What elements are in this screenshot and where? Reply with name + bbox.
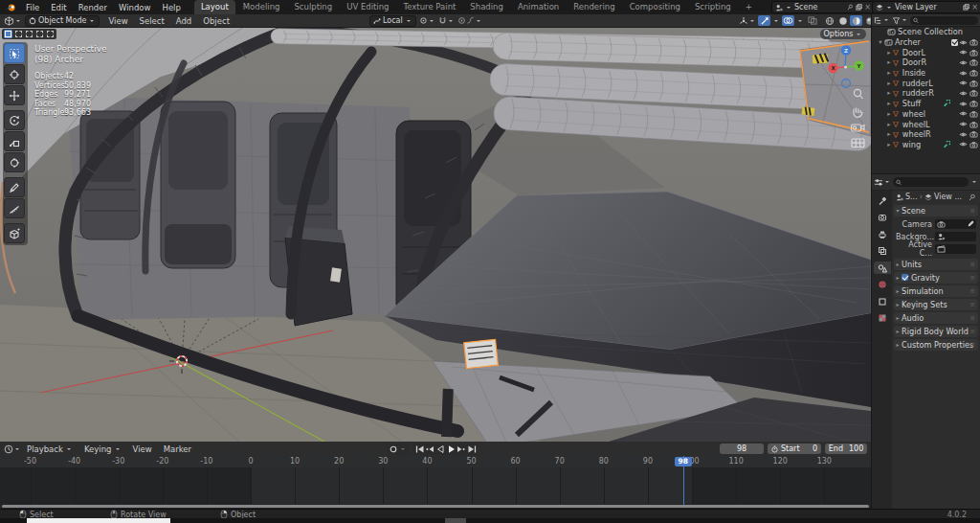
prev-keyframe-button[interactable] [424,443,434,454]
panel-expander-icon[interactable]: ▸ [894,274,902,281]
snap-button[interactable] [438,16,455,25]
disable-render-toggle[interactable] [969,130,978,138]
select-box-tool[interactable] [4,43,25,63]
panel-simulation[interactable]: ▸Simulation≡ [894,285,978,298]
scene-properties-tab[interactable] [874,262,891,274]
select-mode-intersect-button[interactable] [46,30,55,38]
viewport-menu-select[interactable]: Select [134,16,170,26]
playhead-badge[interactable]: 98 [675,457,692,466]
disable-render-toggle[interactable] [969,80,978,87]
overlays-toggle[interactable] [782,15,794,26]
play-reverse-button[interactable] [434,443,445,454]
select-mode-set-button[interactable] [4,30,12,38]
select-mode-extend-button[interactable] [14,30,23,38]
select-mode-invert-button[interactable] [35,30,44,38]
timeline-channels[interactable] [0,467,871,504]
panel-audio[interactable]: ▸Audio≡ [894,312,978,325]
hide-viewport-toggle[interactable] [959,141,968,148]
hide-viewport-toggle[interactable] [959,131,968,138]
panel-expander-icon[interactable]: ▸ [894,301,902,307]
disable-render-toggle[interactable] [969,100,978,107]
outliner-item-wheel[interactable]: ▸▽wheel [872,109,980,120]
timeline-menu-view[interactable]: View [127,444,158,454]
hide-viewport-toggle[interactable] [959,70,968,77]
menu-file[interactable]: File [20,3,45,12]
outliner-root[interactable]: Scene Collection [872,27,980,37]
workspace-tab-scripting[interactable]: Scripting [688,0,738,14]
hide-viewport-toggle[interactable] [959,121,968,127]
workspace-tab-rendering[interactable]: Rendering [567,0,621,14]
menu-render[interactable]: Render [73,3,113,12]
timeline-editor-type-button[interactable] [4,444,21,454]
panel-keying-sets[interactable]: ▸Keying Sets≡ [894,299,978,311]
texture-properties-tab[interactable] [874,312,891,325]
workspace-tab-modeling[interactable]: Modeling [236,0,287,14]
panel-custom-properties[interactable]: ▸Custom Properties≡ [894,339,978,352]
annotate-tool[interactable] [4,177,25,197]
expander-icon[interactable]: ▸ [885,89,893,97]
output-properties-tab[interactable] [874,228,891,240]
frame-end-field[interactable]: End100 [825,443,867,454]
viewport-menu-object[interactable]: Object [197,16,235,26]
property-value-field[interactable] [935,244,976,254]
workspace-tab-layout[interactable]: Layout [194,0,235,14]
panel-rigid-body-world[interactable]: ▸Rigid Body World≡ [894,326,978,338]
current-frame-field[interactable]: 98 [720,443,764,454]
jump-to-end-button[interactable] [466,443,477,454]
3d-viewport[interactable]: X Y Z User Perspective (98) Archer [0,27,871,442]
eyedropper-icon[interactable] [967,220,974,228]
outliner-item-rudderr[interactable]: ▸▽rudderR [872,88,980,99]
add-cube-tool[interactable] [4,223,25,243]
disable-render-toggle[interactable] [969,49,978,57]
timeline-scrollbar[interactable] [2,505,869,509]
expander-icon[interactable]: ▸ [885,80,893,87]
outliner-filter-button[interactable] [892,16,908,25]
scale-tool[interactable] [4,131,25,151]
expander-icon[interactable]: ▸ [885,121,893,128]
pin-icon[interactable] [969,193,976,201]
gravity-checkbox[interactable] [902,274,908,281]
object-properties-tab[interactable] [874,295,891,307]
viewport-canvas[interactable]: X Y Z [0,27,871,442]
hide-viewport-toggle[interactable] [959,90,968,97]
hide-viewport-toggle[interactable] [959,101,968,107]
panel-expander-icon[interactable]: ▸ [894,314,902,321]
workspace-tab-texture-paint[interactable]: Texture Paint [397,0,463,14]
unlink-scene-icon[interactable]: × [864,3,871,11]
expander-icon[interactable]: ▸ [885,100,893,107]
transform-tool[interactable] [4,152,25,172]
panel-units[interactable]: ▸Units≡ [894,259,978,271]
blender-logo-icon[interactable] [6,2,16,12]
expander-icon[interactable]: ▸ [885,130,893,138]
hide-viewport-toggle[interactable] [959,110,968,117]
panel-expander-icon[interactable]: ▸ [894,261,902,267]
outliner-item-wheelr[interactable]: ▸▽wheelR [872,129,980,140]
hide-viewport-toggle[interactable] [959,49,968,56]
hide-viewport-toggle[interactable] [959,80,968,86]
properties-options-icon[interactable] [972,181,976,183]
pivot-point-button[interactable] [419,16,435,25]
shading-wireframe-button[interactable] [823,15,835,26]
select-mode-subtract-button[interactable] [25,30,33,38]
outliner-item-doorl[interactable]: ▸▽DoorL [872,47,980,57]
viewport-menu-add[interactable]: Add [170,16,197,26]
expander-icon[interactable]: ▸ [885,110,893,118]
timeline-menu-playback[interactable]: Playback [21,444,78,454]
panel-expander-icon[interactable]: ▸ [894,341,902,348]
disable-render-toggle[interactable] [969,141,978,148]
expander-icon[interactable]: ▾ [877,38,884,46]
outliner-item-wing[interactable]: ▸▽wing [872,140,980,150]
disable-render-toggle[interactable] [969,69,978,77]
render-properties-tab[interactable] [874,212,891,224]
gizmos-toggle[interactable] [758,15,770,26]
auto-key-button[interactable] [387,443,410,455]
world-properties-tab[interactable] [874,279,891,291]
menu-window[interactable]: Window [113,3,157,12]
workspace-tab-shading[interactable]: Shading [463,0,510,14]
expander-icon[interactable]: ▸ [885,49,893,57]
next-keyframe-button[interactable] [456,443,466,454]
proportional-editing-button[interactable] [457,16,482,25]
mode-selector[interactable]: Object Mode [25,15,100,27]
outliner-checkbox[interactable] [951,39,958,46]
frame-start-field[interactable]: Start0 [768,443,821,454]
